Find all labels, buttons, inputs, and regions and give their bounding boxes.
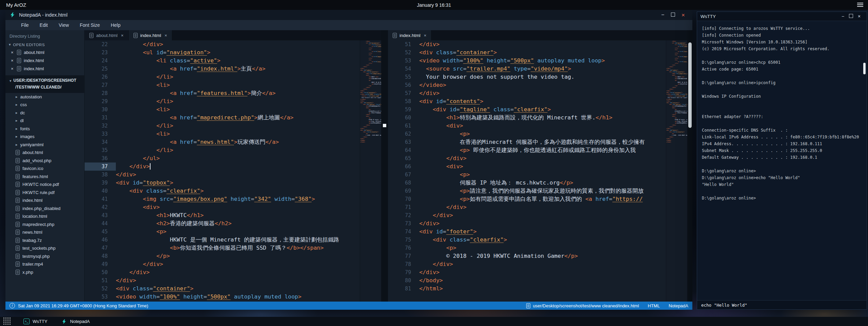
- tree-file[interactable]: teabag.7z: [5, 236, 84, 245]
- minimap[interactable]: </div> <ul id="navigation"> <li class="a…: [666, 40, 687, 302]
- line-number[interactable]: 77: [388, 252, 419, 260]
- line-number[interactable]: 63: [388, 138, 419, 146]
- system-menu-brand[interactable]: My ArOZ: [0, 2, 26, 8]
- code-line[interactable]: </li>: [116, 73, 360, 81]
- scrollbar-thumb[interactable]: [688, 42, 692, 128]
- code-editor[interactable]: </div><div class="container"><video widt…: [419, 40, 666, 302]
- menu-font-size[interactable]: Font Size: [74, 21, 105, 30]
- code-line[interactable]: <div class="container">: [419, 49, 666, 57]
- terminal-scrollbar-thumb[interactable]: [863, 63, 866, 74]
- line-number[interactable]: 56: [388, 81, 419, 89]
- code-line[interactable]: </div>: [116, 260, 360, 268]
- code-line[interactable]: <p> 即使你不是建築師，你也能透過紅石師或鐵路工程師的身份加入我: [419, 146, 666, 154]
- line-number[interactable]: 81: [388, 285, 419, 293]
- code-line[interactable]: <div id="footer">: [419, 228, 666, 236]
- line-number[interactable]: 38: [85, 171, 116, 179]
- tree-file[interactable]: HKWTC rule.pdf: [5, 189, 84, 197]
- line-number[interactable]: 23: [85, 49, 116, 57]
- tree-file[interactable]: news.html: [5, 228, 84, 236]
- tree-file[interactable]: location.html: [5, 212, 84, 220]
- code-line[interactable]: <a href="features.html">簡介</a>: [116, 89, 360, 97]
- line-number[interactable]: 27: [85, 81, 116, 89]
- code-line[interactable]: </div>: [419, 268, 666, 276]
- tree-file[interactable]: index.php_disabled: [5, 205, 84, 213]
- open-editors-header[interactable]: ▾ OPEN EDITORS: [5, 41, 84, 48]
- menu-view[interactable]: View: [53, 21, 74, 30]
- code-line[interactable]: <video width="100%" height="500px" autop…: [419, 57, 666, 65]
- tree-file[interactable]: mapredirect.php: [5, 220, 84, 229]
- minimize-button[interactable]: −: [839, 14, 847, 19]
- minimize-button[interactable]: −: [658, 12, 668, 18]
- editor-scrollbar[interactable]: [687, 30, 692, 302]
- open-editor-item[interactable]: ×index.html: [5, 56, 84, 64]
- code-line[interactable]: <div id="topbox">: [116, 179, 360, 187]
- line-number[interactable]: 37: [85, 162, 116, 171]
- line-number[interactable]: 40: [85, 187, 116, 195]
- code-line[interactable]: <p>: [419, 171, 666, 179]
- code-line[interactable]: <p>如有問題或需要申請白名單，歡迎加入我們的 <a href="https:/…: [419, 195, 666, 203]
- maximize-button[interactable]: [847, 14, 855, 19]
- line-number[interactable]: 58: [388, 97, 419, 106]
- tree-file[interactable]: test_sockets.php: [5, 244, 84, 252]
- line-number[interactable]: 78: [388, 260, 419, 268]
- line-number[interactable]: 46: [85, 236, 116, 244]
- code-line[interactable]: </ul>: [116, 154, 360, 162]
- tree-file[interactable]: favicon.ico: [5, 165, 84, 173]
- line-number[interactable]: 41: [85, 195, 116, 203]
- code-line[interactable]: <div class="clearfix">: [419, 236, 666, 244]
- line-number[interactable]: 34: [85, 138, 116, 146]
- tree-file[interactable]: trailer.mp4: [5, 260, 84, 268]
- line-number[interactable]: 31: [85, 114, 116, 122]
- menu-help[interactable]: Help: [105, 21, 126, 30]
- line-number[interactable]: 51: [388, 40, 419, 49]
- code-line[interactable]: <li>: [116, 130, 360, 138]
- line-number[interactable]: 42: [85, 203, 116, 211]
- code-line[interactable]: </li>: [116, 146, 360, 154]
- tree-file[interactable]: add_vhost.php: [5, 157, 84, 165]
- code-line[interactable]: <a href="mapredirect.php">網上地圖</a>: [116, 114, 360, 122]
- tree-folder[interactable]: ▸fonts: [5, 125, 84, 133]
- code-line[interactable]: </div>: [419, 211, 666, 219]
- close-tab-icon[interactable]: ×: [121, 33, 124, 38]
- menu-file[interactable]: File: [16, 21, 34, 30]
- line-number[interactable]: 44: [85, 219, 116, 228]
- minimap[interactable]: </div> <ul id="navigation"> <li class="a…: [360, 40, 381, 302]
- code-line[interactable]: </div>: [419, 203, 666, 211]
- code-line[interactable]: <div class="container">: [116, 285, 360, 293]
- menu-edit[interactable]: Edit: [34, 21, 53, 30]
- line-number[interactable]: 39: [85, 179, 116, 187]
- line-number[interactable]: 53: [85, 293, 116, 301]
- close-file-icon[interactable]: ×: [11, 50, 14, 55]
- code-line[interactable]: <source src="trailer.mp4" type="video/mp…: [419, 65, 666, 73]
- tree-file[interactable]: x.php: [5, 268, 84, 276]
- code-line[interactable]: </p>: [116, 252, 360, 260]
- line-number[interactable]: 54: [388, 65, 419, 73]
- tree-file[interactable]: HKWTC notice.pdf: [5, 180, 84, 189]
- code-line[interactable]: <li>: [116, 106, 360, 114]
- code-line[interactable]: <a href="news.html">玩家傳送門</a>: [116, 138, 360, 146]
- open-editor-item[interactable]: ×index.html: [5, 64, 84, 73]
- app-launcher-icon[interactable]: [3, 318, 11, 325]
- code-line[interactable]: <p>: [419, 244, 666, 252]
- line-number[interactable]: 62: [388, 130, 419, 138]
- status-language[interactable]: HTML: [648, 303, 660, 308]
- code-line[interactable]: <img src="images/box.png" height="342" w…: [116, 195, 360, 203]
- code-line[interactable]: <h1>特別為建築及鐵路而設，現代化的 Minecraft 世界.</h1>: [419, 114, 666, 122]
- code-line[interactable]: </body>: [419, 276, 666, 285]
- tab-about.html[interactable]: about.html×: [85, 30, 129, 40]
- line-number[interactable]: 29: [85, 97, 116, 106]
- code-line[interactable]: <li>: [116, 81, 360, 89]
- line-number[interactable]: 68: [388, 179, 419, 187]
- line-number[interactable]: 33: [85, 130, 116, 138]
- code-line[interactable]: 在香港的Minecraft 伺服器中，多為小遊戲和純生存的伺服器，較少擁有: [419, 138, 666, 146]
- tree-folder[interactable]: ▸autostation: [5, 93, 84, 101]
- code-line[interactable]: </li>: [116, 122, 360, 130]
- line-number-gutter[interactable]: 5152535455565758596061626364656667686970…: [388, 40, 419, 302]
- tree-file[interactable]: index.html: [5, 196, 84, 205]
- line-number[interactable]: 51: [85, 276, 116, 285]
- line-number[interactable]: 66: [388, 162, 419, 171]
- code-line[interactable]: </div>: [116, 162, 360, 171]
- tree-folder[interactable]: ▸dl: [5, 117, 84, 125]
- code-line[interactable]: </div>: [116, 171, 360, 179]
- code-line[interactable]: <a href="index.html">主頁</a>: [116, 65, 360, 73]
